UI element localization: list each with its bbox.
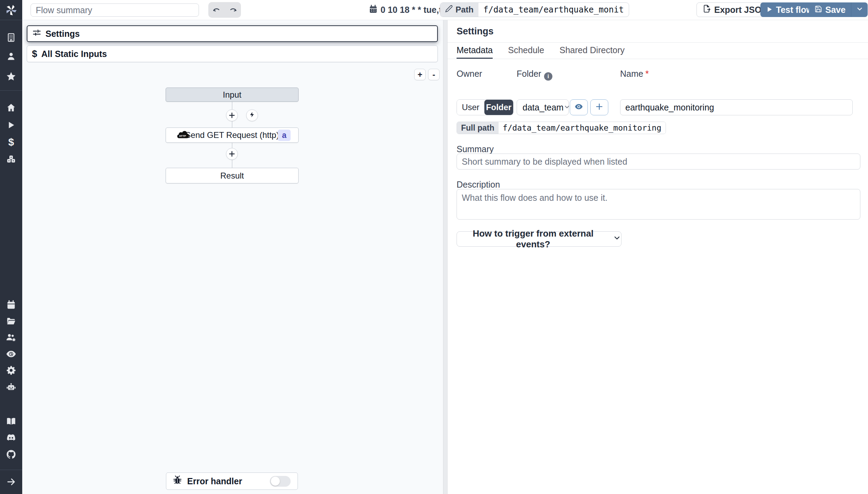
tab-metadata[interactable]: Metadata xyxy=(457,43,493,59)
description-label: Description xyxy=(457,180,500,190)
plus-icon xyxy=(595,102,603,112)
flow-node-result[interactable]: Result xyxy=(166,168,299,183)
metadata-tab-content: Owner Folderi Name* User Folder data_tea… xyxy=(448,59,868,494)
panel-title: Settings xyxy=(448,20,868,43)
sliders-icon xyxy=(32,28,41,39)
sidebar-divider xyxy=(0,20,22,20)
info-icon[interactable]: i xyxy=(544,72,552,81)
robot-icon[interactable] xyxy=(3,380,19,395)
lightning-icon xyxy=(249,112,255,119)
path-chip[interactable]: Path f/data_team/earthquake_monit xyxy=(440,2,629,17)
flow-canvas[interactable]: Settings $ All Static Inputs + - Input H… xyxy=(22,20,443,494)
full-path-label: Full path xyxy=(457,122,499,134)
save-split-button: Save xyxy=(809,2,868,17)
calendar-icon xyxy=(369,5,378,16)
pane-splitter[interactable] xyxy=(443,20,448,494)
undo-button[interactable] xyxy=(210,3,224,17)
path-chip-label: Path xyxy=(440,3,478,17)
users-gear-icon[interactable] xyxy=(3,330,19,345)
chevron-down-icon xyxy=(613,234,621,245)
flow-summary-input[interactable] xyxy=(31,3,199,17)
save-button[interactable]: Save xyxy=(809,2,851,17)
settings-tabs: Metadata Schedule Shared Directory xyxy=(448,43,868,59)
flow-node-input[interactable]: Input xyxy=(166,88,299,102)
trigger-help-button[interactable]: How to trigger from external events? xyxy=(457,231,621,247)
flow-settings-box[interactable]: Settings xyxy=(27,25,438,42)
owner-label: Owner xyxy=(457,69,482,79)
folder-select-value: data_team xyxy=(523,102,564,113)
star-icon[interactable] xyxy=(3,69,19,84)
dollar-icon: $ xyxy=(32,49,37,59)
save-dropdown-button[interactable] xyxy=(851,2,868,17)
error-handler-node[interactable]: Error handler xyxy=(166,472,298,490)
node-id-badge: a xyxy=(278,130,291,141)
boxes-icon[interactable] xyxy=(3,152,19,167)
add-step-button[interactable] xyxy=(226,109,238,121)
play-icon[interactable] xyxy=(3,117,19,133)
undo-redo-group xyxy=(208,2,241,18)
folder-label: Folderi xyxy=(517,69,552,81)
add-trigger-button[interactable] xyxy=(246,109,258,121)
name-input[interactable] xyxy=(620,99,853,115)
summary-input[interactable] xyxy=(457,154,860,170)
gear-icon[interactable] xyxy=(3,363,19,378)
zoom-in-button[interactable]: + xyxy=(414,69,426,80)
play-icon xyxy=(766,5,773,15)
path-value: f/data_team/earthquake_monit xyxy=(478,3,629,17)
all-static-inputs-box[interactable]: $ All Static Inputs xyxy=(27,46,438,62)
save-icon xyxy=(815,5,822,15)
owner-folder-option[interactable]: Folder xyxy=(484,100,513,115)
toggle-knob xyxy=(271,477,280,486)
tab-shared-directory[interactable]: Shared Directory xyxy=(560,43,625,59)
view-folder-button[interactable] xyxy=(570,99,588,115)
summary-label: Summary xyxy=(457,144,494,154)
new-folder-button[interactable] xyxy=(590,99,608,115)
description-textarea[interactable] xyxy=(457,189,860,220)
tab-schedule[interactable]: Schedule xyxy=(508,43,544,59)
redo-button[interactable] xyxy=(226,3,240,17)
svg-text:HTTP: HTTP xyxy=(179,134,186,138)
required-asterisk: * xyxy=(645,69,649,79)
owner-toggle: User Folder xyxy=(457,99,514,115)
discord-icon[interactable] xyxy=(3,430,19,445)
building-icon[interactable] xyxy=(3,30,19,45)
chevron-down-icon xyxy=(856,5,863,14)
sidebar-divider xyxy=(0,470,22,470)
home-icon[interactable] xyxy=(3,100,19,115)
flow-node-http[interactable]: HTTP Send GET Request (http) a xyxy=(166,127,299,143)
book-icon[interactable] xyxy=(3,414,19,429)
folder-icon[interactable] xyxy=(3,314,19,329)
eye-clock-icon[interactable] xyxy=(3,346,19,362)
pencil-icon xyxy=(445,5,453,15)
bug-icon xyxy=(173,475,182,487)
windmill-logo[interactable] xyxy=(3,2,19,17)
full-path-chip: Full path f/data_team/earthquake_monitor… xyxy=(457,122,666,134)
sidebar-divider xyxy=(0,90,22,91)
github-icon[interactable] xyxy=(3,447,19,462)
eye-icon xyxy=(574,102,583,113)
name-label: Name* xyxy=(620,69,649,79)
error-handler-toggle[interactable] xyxy=(270,476,291,487)
full-path-value: f/data_team/earthquake_monitoring xyxy=(499,122,666,134)
user-icon[interactable] xyxy=(3,49,19,64)
add-step-button[interactable] xyxy=(226,148,238,160)
owner-user-option[interactable]: User xyxy=(457,100,484,115)
zoom-out-button[interactable]: - xyxy=(428,69,440,80)
arrow-right-icon[interactable] xyxy=(3,474,19,489)
app-sidebar: $ xyxy=(0,0,22,494)
dollar-icon[interactable]: $ xyxy=(3,134,19,150)
settings-panel: Settings Metadata Schedule Shared Direct… xyxy=(448,20,868,494)
folder-select[interactable]: data_team xyxy=(517,99,569,115)
topbar: 0 10 18 * * tue,thu Path f/data_team/ear… xyxy=(22,0,868,20)
calendar-icon[interactable] xyxy=(3,297,19,312)
file-export-icon xyxy=(702,5,711,15)
http-cloud-icon: HTTP xyxy=(175,129,190,141)
